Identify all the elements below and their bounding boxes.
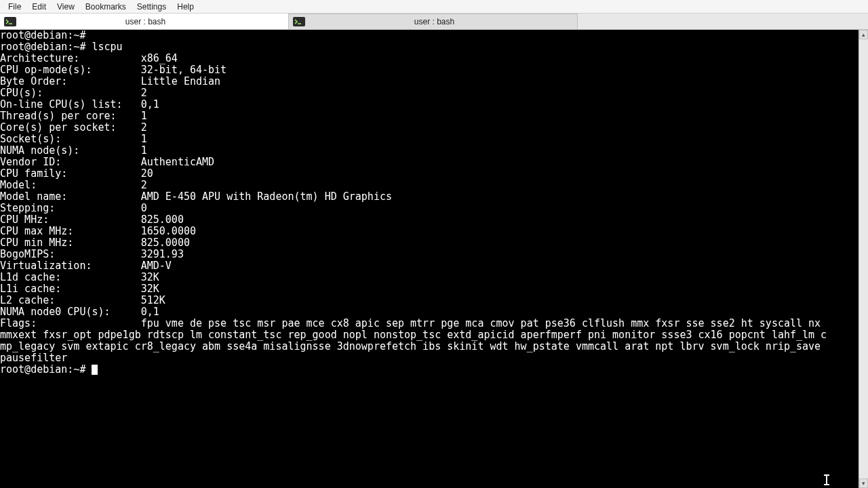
scrollbar[interactable]: ▴ ▾ (859, 30, 868, 488)
menu-bar: File Edit View Bookmarks Settings Help (0, 0, 868, 14)
menu-help[interactable]: Help (172, 1, 199, 13)
terminal-icon (3, 16, 18, 28)
terminal-output[interactable]: root@debian:~# root@debian:~# lscpu Arch… (0, 30, 859, 488)
tab-2[interactable]: user : bash (289, 14, 578, 29)
tab-label: user : bash (309, 17, 577, 26)
scroll-down-button[interactable]: ▾ (859, 479, 868, 488)
tab-bar: user : bash user : bash (0, 14, 868, 30)
menu-edit[interactable]: Edit (26, 1, 52, 13)
scroll-track[interactable] (859, 39, 868, 479)
terminal-container: root@debian:~# root@debian:~# lscpu Arch… (0, 30, 868, 488)
menu-file[interactable]: File (3, 1, 26, 13)
terminal-icon (292, 16, 307, 28)
menu-bookmarks[interactable]: Bookmarks (80, 1, 132, 13)
scroll-up-button[interactable]: ▴ (859, 30, 868, 39)
terminal-cursor (92, 365, 98, 375)
svg-rect-2 (293, 17, 305, 26)
svg-rect-0 (4, 17, 16, 26)
menu-settings[interactable]: Settings (132, 1, 172, 13)
menu-view[interactable]: View (52, 1, 80, 13)
tab-1[interactable]: user : bash (0, 14, 289, 29)
tab-label: user : bash (20, 17, 288, 26)
